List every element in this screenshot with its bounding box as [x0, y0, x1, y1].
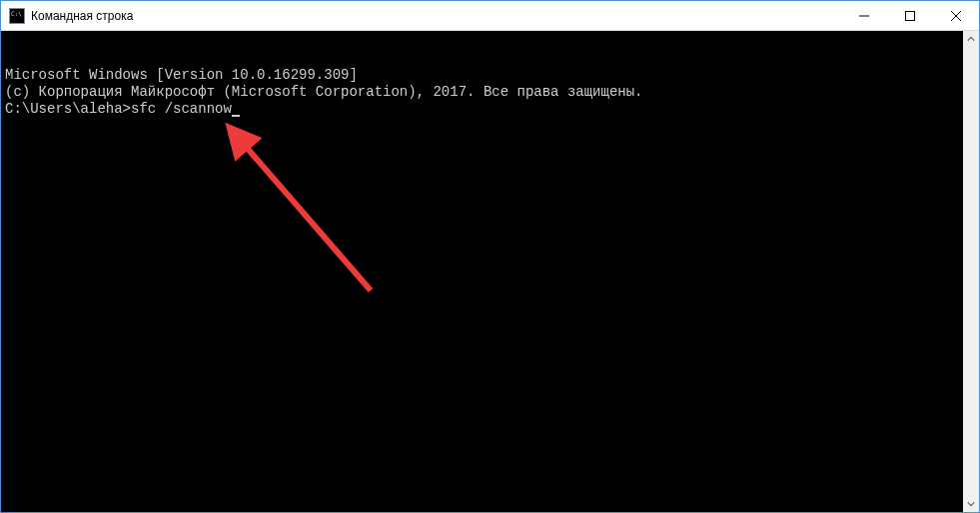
window-title: Командная строка: [31, 9, 841, 23]
console-line: Microsoft Windows [Version 10.0.16299.30…: [5, 67, 959, 84]
scroll-up-button[interactable]: [963, 31, 979, 47]
chevron-down-icon: [967, 500, 975, 508]
close-button[interactable]: [933, 1, 979, 30]
window-controls: [841, 1, 979, 30]
console-line: (c) Корпорация Майкрософт (Microsoft Cor…: [5, 84, 959, 101]
cmd-icon: [9, 8, 25, 24]
maximize-button[interactable]: [887, 1, 933, 30]
close-icon: [951, 11, 961, 21]
scroll-down-button[interactable]: [963, 496, 979, 512]
titlebar[interactable]: Командная строка: [1, 1, 979, 31]
console-area: Microsoft Windows [Version 10.0.16299.30…: [1, 31, 979, 512]
prompt: C:\Users\aleha>: [5, 101, 131, 117]
cursor: [232, 115, 240, 117]
maximize-icon: [905, 11, 915, 21]
minimize-icon: [859, 11, 869, 21]
vertical-scrollbar[interactable]: [963, 31, 979, 512]
console-output[interactable]: Microsoft Windows [Version 10.0.16299.30…: [1, 31, 963, 512]
minimize-button[interactable]: [841, 1, 887, 30]
command-text: sfc /scannow: [131, 101, 232, 117]
command-prompt-window: Командная строка Microsoft Windows [Vers…: [0, 0, 980, 513]
svg-rect-1: [906, 11, 915, 20]
scroll-track[interactable]: [963, 47, 979, 496]
chevron-up-icon: [967, 35, 975, 43]
